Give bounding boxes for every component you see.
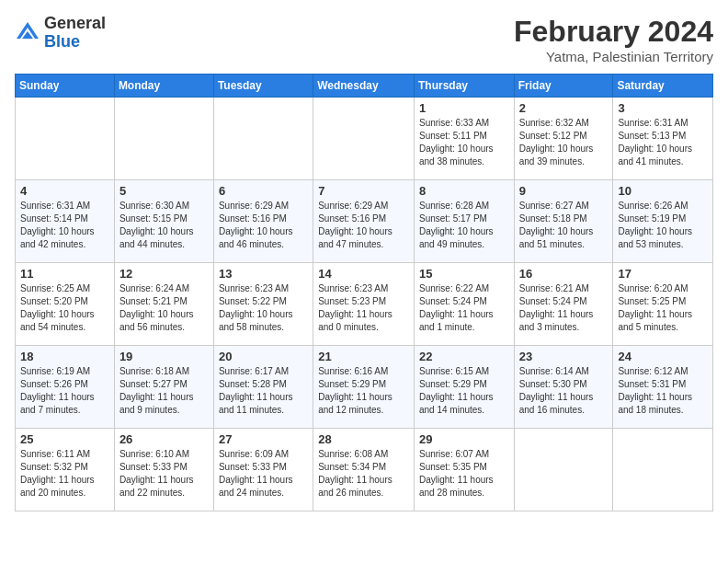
day-number: 4 bbox=[20, 184, 109, 198]
calendar-body: 1Sunrise: 6:33 AM Sunset: 5:11 PM Daylig… bbox=[16, 98, 713, 511]
calendar-cell: 28Sunrise: 6:08 AM Sunset: 5:34 PM Dayli… bbox=[313, 429, 415, 511]
page-header: General Blue February 2024 Yatma, Palest… bbox=[15, 15, 713, 64]
calendar-cell: 6Sunrise: 6:29 AM Sunset: 5:16 PM Daylig… bbox=[213, 180, 313, 263]
day-info: Sunrise: 6:32 AM Sunset: 5:12 PM Dayligh… bbox=[519, 117, 609, 168]
calendar-cell: 10Sunrise: 6:26 AM Sunset: 5:19 PM Dayli… bbox=[613, 180, 713, 263]
logo-general-text: General bbox=[44, 15, 106, 33]
day-number: 16 bbox=[519, 267, 609, 281]
day-info: Sunrise: 6:20 AM Sunset: 5:25 PM Dayligh… bbox=[618, 282, 708, 334]
calendar-cell bbox=[313, 98, 415, 180]
day-info: Sunrise: 6:33 AM Sunset: 5:11 PM Dayligh… bbox=[419, 117, 509, 168]
calendar-cell: 12Sunrise: 6:24 AM Sunset: 5:21 PM Dayli… bbox=[114, 263, 213, 346]
day-number: 5 bbox=[119, 184, 209, 198]
day-info: Sunrise: 6:31 AM Sunset: 5:14 PM Dayligh… bbox=[20, 200, 109, 251]
day-info: Sunrise: 6:22 AM Sunset: 5:24 PM Dayligh… bbox=[419, 282, 509, 334]
day-info: Sunrise: 6:25 AM Sunset: 5:20 PM Dayligh… bbox=[20, 282, 109, 334]
day-info: Sunrise: 6:12 AM Sunset: 5:31 PM Dayligh… bbox=[618, 365, 708, 417]
calendar-cell: 29Sunrise: 6:07 AM Sunset: 5:35 PM Dayli… bbox=[414, 429, 514, 511]
day-info: Sunrise: 6:30 AM Sunset: 5:15 PM Dayligh… bbox=[119, 200, 209, 251]
calendar-cell: 15Sunrise: 6:22 AM Sunset: 5:24 PM Dayli… bbox=[414, 263, 514, 346]
location-title: Yatma, Palestinian Territory bbox=[514, 49, 713, 64]
day-number: 10 bbox=[618, 184, 708, 198]
day-number: 3 bbox=[618, 101, 708, 115]
day-info: Sunrise: 6:16 AM Sunset: 5:29 PM Dayligh… bbox=[318, 365, 409, 417]
day-info: Sunrise: 6:07 AM Sunset: 5:35 PM Dayligh… bbox=[419, 448, 509, 500]
day-info: Sunrise: 6:19 AM Sunset: 5:26 PM Dayligh… bbox=[20, 365, 109, 417]
week-row-2: 4Sunrise: 6:31 AM Sunset: 5:14 PM Daylig… bbox=[16, 180, 713, 263]
calendar-cell: 8Sunrise: 6:28 AM Sunset: 5:17 PM Daylig… bbox=[414, 180, 514, 263]
day-info: Sunrise: 6:14 AM Sunset: 5:30 PM Dayligh… bbox=[519, 365, 609, 417]
day-number: 29 bbox=[419, 432, 509, 446]
calendar-cell: 7Sunrise: 6:29 AM Sunset: 5:16 PM Daylig… bbox=[313, 180, 415, 263]
calendar-cell: 9Sunrise: 6:27 AM Sunset: 5:18 PM Daylig… bbox=[514, 180, 613, 263]
day-number: 28 bbox=[318, 432, 409, 446]
calendar-cell bbox=[114, 98, 213, 180]
calendar-cell: 27Sunrise: 6:09 AM Sunset: 5:33 PM Dayli… bbox=[213, 429, 313, 511]
day-number: 6 bbox=[219, 184, 308, 198]
day-number: 23 bbox=[519, 350, 609, 363]
day-info: Sunrise: 6:18 AM Sunset: 5:27 PM Dayligh… bbox=[119, 365, 209, 417]
weekday-header-saturday: Saturday bbox=[613, 75, 713, 98]
calendar-cell: 24Sunrise: 6:12 AM Sunset: 5:31 PM Dayli… bbox=[613, 346, 713, 429]
week-row-4: 18Sunrise: 6:19 AM Sunset: 5:26 PM Dayli… bbox=[16, 346, 713, 429]
day-info: Sunrise: 6:31 AM Sunset: 5:13 PM Dayligh… bbox=[618, 117, 708, 168]
month-title: February 2024 bbox=[514, 15, 713, 49]
logo: General Blue bbox=[15, 15, 106, 52]
day-number: 8 bbox=[419, 184, 509, 198]
day-number: 15 bbox=[419, 267, 509, 281]
calendar-cell: 17Sunrise: 6:20 AM Sunset: 5:25 PM Dayli… bbox=[613, 263, 713, 346]
calendar-cell: 14Sunrise: 6:23 AM Sunset: 5:23 PM Dayli… bbox=[313, 263, 415, 346]
calendar-cell: 20Sunrise: 6:17 AM Sunset: 5:28 PM Dayli… bbox=[213, 346, 313, 429]
logo-icon bbox=[15, 20, 40, 46]
day-number: 13 bbox=[219, 267, 308, 281]
day-number: 17 bbox=[618, 267, 708, 281]
day-info: Sunrise: 6:29 AM Sunset: 5:16 PM Dayligh… bbox=[318, 200, 409, 251]
day-info: Sunrise: 6:28 AM Sunset: 5:17 PM Dayligh… bbox=[419, 200, 509, 251]
day-number: 25 bbox=[20, 432, 109, 446]
calendar-cell: 26Sunrise: 6:10 AM Sunset: 5:33 PM Dayli… bbox=[114, 429, 213, 511]
day-info: Sunrise: 6:26 AM Sunset: 5:19 PM Dayligh… bbox=[618, 200, 708, 251]
day-number: 18 bbox=[20, 350, 109, 363]
day-number: 22 bbox=[419, 350, 509, 363]
day-number: 14 bbox=[318, 267, 409, 281]
day-number: 21 bbox=[318, 350, 409, 363]
weekday-header-thursday: Thursday bbox=[414, 75, 514, 98]
week-row-5: 25Sunrise: 6:11 AM Sunset: 5:32 PM Dayli… bbox=[16, 429, 713, 511]
day-info: Sunrise: 6:21 AM Sunset: 5:24 PM Dayligh… bbox=[519, 282, 609, 334]
title-section: February 2024 Yatma, Palestinian Territo… bbox=[514, 15, 713, 64]
calendar-cell: 11Sunrise: 6:25 AM Sunset: 5:20 PM Dayli… bbox=[16, 263, 115, 346]
day-number: 12 bbox=[119, 267, 209, 281]
day-number: 7 bbox=[318, 184, 409, 198]
calendar-cell bbox=[613, 429, 713, 511]
calendar-cell: 22Sunrise: 6:15 AM Sunset: 5:29 PM Dayli… bbox=[414, 346, 514, 429]
weekday-header-wednesday: Wednesday bbox=[313, 75, 415, 98]
day-info: Sunrise: 6:24 AM Sunset: 5:21 PM Dayligh… bbox=[119, 282, 209, 334]
calendar-cell: 4Sunrise: 6:31 AM Sunset: 5:14 PM Daylig… bbox=[16, 180, 115, 263]
day-info: Sunrise: 6:23 AM Sunset: 5:23 PM Dayligh… bbox=[318, 282, 409, 334]
calendar-cell: 3Sunrise: 6:31 AM Sunset: 5:13 PM Daylig… bbox=[613, 98, 713, 180]
day-info: Sunrise: 6:08 AM Sunset: 5:34 PM Dayligh… bbox=[318, 448, 409, 500]
weekday-header-row: SundayMondayTuesdayWednesdayThursdayFrid… bbox=[16, 75, 713, 98]
calendar-cell: 5Sunrise: 6:30 AM Sunset: 5:15 PM Daylig… bbox=[114, 180, 213, 263]
logo-blue-text: Blue bbox=[44, 33, 106, 52]
calendar-cell: 19Sunrise: 6:18 AM Sunset: 5:27 PM Dayli… bbox=[114, 346, 213, 429]
day-info: Sunrise: 6:29 AM Sunset: 5:16 PM Dayligh… bbox=[219, 200, 308, 251]
calendar-cell bbox=[16, 98, 115, 180]
day-number: 19 bbox=[119, 350, 209, 363]
calendar-header: SundayMondayTuesdayWednesdayThursdayFrid… bbox=[16, 75, 713, 98]
weekday-header-tuesday: Tuesday bbox=[213, 75, 313, 98]
week-row-1: 1Sunrise: 6:33 AM Sunset: 5:11 PM Daylig… bbox=[16, 98, 713, 180]
day-info: Sunrise: 6:11 AM Sunset: 5:32 PM Dayligh… bbox=[20, 448, 109, 500]
day-info: Sunrise: 6:10 AM Sunset: 5:33 PM Dayligh… bbox=[119, 448, 209, 500]
calendar-cell: 1Sunrise: 6:33 AM Sunset: 5:11 PM Daylig… bbox=[414, 98, 514, 180]
day-number: 26 bbox=[119, 432, 209, 446]
calendar-cell bbox=[213, 98, 313, 180]
day-number: 2 bbox=[519, 101, 609, 115]
day-info: Sunrise: 6:09 AM Sunset: 5:33 PM Dayligh… bbox=[219, 448, 308, 500]
calendar-cell: 25Sunrise: 6:11 AM Sunset: 5:32 PM Dayli… bbox=[16, 429, 115, 511]
calendar-cell: 18Sunrise: 6:19 AM Sunset: 5:26 PM Dayli… bbox=[16, 346, 115, 429]
day-number: 20 bbox=[219, 350, 308, 363]
weekday-header-sunday: Sunday bbox=[16, 75, 115, 98]
day-number: 11 bbox=[20, 267, 109, 281]
day-info: Sunrise: 6:27 AM Sunset: 5:18 PM Dayligh… bbox=[519, 200, 609, 251]
